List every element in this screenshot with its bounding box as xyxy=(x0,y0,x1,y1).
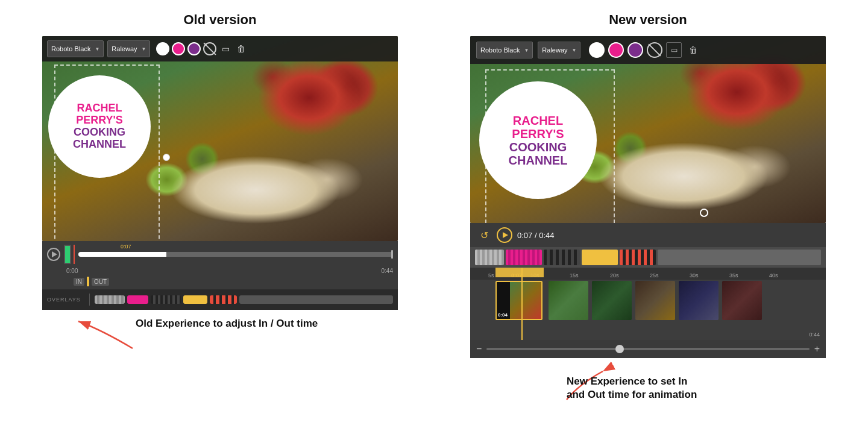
clip-5[interactable] xyxy=(679,281,719,320)
new-font1-chevron-icon: ▼ xyxy=(524,48,529,53)
in-label: IN xyxy=(74,278,84,286)
new-color-purple[interactable] xyxy=(627,42,643,58)
new-channel-line3: COOKING xyxy=(509,140,568,154)
overlay-track-5[interactable] xyxy=(210,295,237,304)
new-color-white[interactable] xyxy=(589,42,605,58)
channel-logo: RACHEL PERRY'S COOKING CHANNEL xyxy=(48,75,151,178)
ruler-40s: 40s xyxy=(769,272,778,278)
clip-strip-5[interactable] xyxy=(620,250,656,265)
overlay-track-3[interactable] xyxy=(151,295,181,304)
clip-strip-3[interactable] xyxy=(544,250,580,265)
clip-2[interactable] xyxy=(549,281,588,320)
new-color-pink[interactable] xyxy=(608,42,624,58)
clip-3[interactable] xyxy=(592,281,632,320)
zoom-bar: − + xyxy=(470,340,826,358)
new-channel-line4: CHANNEL xyxy=(509,154,568,167)
new-trash-icon[interactable]: 🗑 xyxy=(685,42,701,58)
color-purple[interactable] xyxy=(187,42,201,55)
overlays-row: OVERLAYS xyxy=(42,289,398,310)
clip-strip-main[interactable] xyxy=(658,250,821,265)
time-end-label: 0:44 xyxy=(382,268,393,274)
reset-button[interactable]: ↺ xyxy=(476,227,492,243)
zoom-minus-button[interactable]: − xyxy=(476,344,482,354)
clip-4[interactable] xyxy=(635,281,675,320)
new-font1-dropdown[interactable]: Roboto Black ▼ xyxy=(476,42,533,58)
clip-food-section xyxy=(510,282,541,319)
play-button[interactable] xyxy=(47,248,60,261)
playhead xyxy=(521,268,523,340)
left-panel: Old version Roboto Black ▼ Raleway ▼ xyxy=(18,12,434,422)
overlay-track-main[interactable] xyxy=(239,295,393,304)
timeline-ruler: 5s 0:07 10s 15s 20s 25s 30s 35s 40s xyxy=(470,268,826,340)
timeline-controls xyxy=(42,241,398,268)
channel-line1: RACHEL xyxy=(73,102,126,115)
overlay-track-4[interactable] xyxy=(183,295,207,304)
ruler-35s: 35s xyxy=(729,272,738,278)
timeline-track[interactable] xyxy=(78,252,393,257)
time-start-label: 0:00 xyxy=(66,268,78,274)
channel-line3: COOKING xyxy=(73,127,126,139)
new-font2-label: Raleway xyxy=(542,46,567,54)
font2-dropdown[interactable]: Raleway ▼ xyxy=(107,40,150,57)
font1-label: Roboto Black xyxy=(51,45,90,52)
clip-strip-1[interactable] xyxy=(475,250,504,265)
new-timeline-bar: ↺ 0:07 / 0:44 xyxy=(470,223,826,247)
new-font2-dropdown[interactable]: Raleway ▼ xyxy=(538,42,580,58)
clip-strip-2[interactable] xyxy=(506,250,542,265)
in-out-green xyxy=(64,245,71,264)
new-toolbar: Roboto Black ▼ Raleway ▼ ▭ 🗑 xyxy=(470,36,826,64)
in-out-row: IN OUT xyxy=(42,274,398,289)
trash-icon[interactable]: 🗑 xyxy=(234,42,248,55)
font1-chevron-icon: ▼ xyxy=(95,46,99,52)
zoom-slider-thumb[interactable] xyxy=(615,345,624,353)
overlay-track-1[interactable] xyxy=(95,295,125,304)
old-version-title: Old version xyxy=(183,12,256,28)
new-video-preview: Roboto Black ▼ Raleway ▼ ▭ 🗑 xyxy=(470,36,826,223)
new-play-button[interactable] xyxy=(497,227,512,243)
new-no-color-icon[interactable] xyxy=(647,42,662,58)
copy-icon[interactable]: ▭ xyxy=(219,42,232,55)
no-color-icon[interactable] xyxy=(203,42,216,55)
channel-line4: CHANNEL xyxy=(73,139,126,151)
old-timeline: 0:07 0:00 0:44 IN OUT xyxy=(42,241,398,289)
time-marker-label: 0:07 xyxy=(121,244,131,250)
color-pink[interactable] xyxy=(172,42,185,55)
new-copy-icon[interactable]: ▭ xyxy=(666,42,682,58)
old-video-preview: Roboto Black ▼ Raleway ▼ ▭ 🗑 xyxy=(42,36,398,241)
in-out-red xyxy=(74,245,75,264)
old-annotation-area: Old Experience to adjust In / Out time xyxy=(42,312,398,360)
time-labels-row: 0:00 0:44 xyxy=(42,268,398,274)
zoom-plus-button[interactable]: + xyxy=(814,344,820,354)
end-time-label: 0:44 xyxy=(809,332,820,338)
ruler-25s: 25s xyxy=(650,272,659,278)
channel-line2: PERRY'S xyxy=(73,115,126,127)
new-channel-line2: PERRY'S xyxy=(509,127,568,140)
color-white[interactable] xyxy=(156,42,169,55)
overlay-track-2[interactable] xyxy=(127,295,148,304)
yellow-playhead xyxy=(87,277,89,286)
old-annotation-text: Old Experience to adjust In / Out time xyxy=(136,317,318,330)
new-annotation-text: New Experience to set In and Out time fo… xyxy=(567,375,697,401)
total-time: 0:44 xyxy=(539,231,554,240)
current-time: 0:07 xyxy=(517,231,532,240)
right-panel: New version Roboto Black ▼ Raleway ▼ xyxy=(434,12,850,422)
timeline-content: 0:04 0:44 xyxy=(470,280,826,340)
new-font2-chevron-icon: ▼ xyxy=(572,48,577,53)
clip-6[interactable] xyxy=(722,281,762,320)
annotation-line2: and Out time for animation xyxy=(567,389,697,400)
old-toolbar: Roboto Black ▼ Raleway ▼ ▭ 🗑 xyxy=(42,36,398,61)
divider1 xyxy=(89,294,90,306)
overlays-label: OVERLAYS xyxy=(47,297,81,303)
ruler-5s: 5s xyxy=(488,272,494,278)
in-out-region xyxy=(495,268,544,277)
new-rotation-handle[interactable] xyxy=(700,209,708,217)
new-channel-line1: RACHEL xyxy=(509,114,568,127)
zoom-slider[interactable] xyxy=(486,348,809,350)
new-annotation-area: New Experience to set In and Out time fo… xyxy=(470,360,826,403)
timeline-fill xyxy=(78,252,166,257)
resize-handle-right[interactable] xyxy=(163,154,170,161)
font1-dropdown[interactable]: Roboto Black ▼ xyxy=(47,40,104,57)
clip-strip-4[interactable] xyxy=(582,250,618,265)
new-channel-logo: RACHEL PERRY'S COOKING CHANNEL xyxy=(479,81,597,199)
selected-clip[interactable]: 0:04 xyxy=(495,281,542,320)
